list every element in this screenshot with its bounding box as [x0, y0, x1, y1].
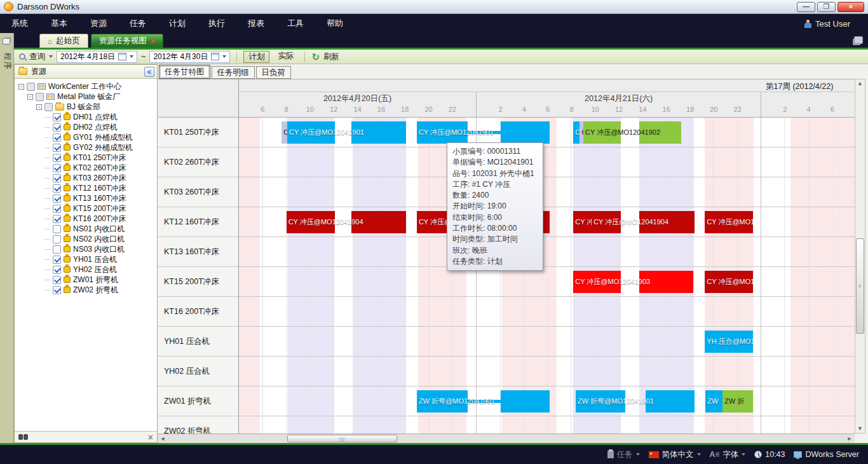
- layout-icon[interactable]: [854, 36, 863, 44]
- binoculars-icon[interactable]: [18, 434, 28, 440]
- tree-expander-icon[interactable]: -: [36, 104, 42, 110]
- status-language-menu[interactable]: 简体中文: [649, 449, 701, 460]
- tab-home[interactable]: ⌂ 起始页: [39, 34, 88, 48]
- tree-checkbox[interactable]: [53, 164, 61, 172]
- vertical-scroll-thumb[interactable]: ≡: [856, 238, 864, 334]
- tree-item[interactable]: KT16 200T冲床: [16, 214, 157, 224]
- view-tab-任务甘特图[interactable]: 任务甘特图: [159, 65, 210, 79]
- gantt-task-bar[interactable]: CY 冲压@MO12041903: [573, 271, 693, 293]
- refresh-button[interactable]: 刷新: [323, 51, 339, 62]
- tree-checkbox[interactable]: [53, 174, 61, 182]
- status-font-menu[interactable]: A≡ 字体: [710, 449, 746, 460]
- gantt-task-bar[interactable]: CY 冲压@MO12041902: [583, 121, 681, 144]
- tree-item[interactable]: GY01 外桶成型机: [16, 132, 157, 142]
- status-server[interactable]: DWorks Server: [794, 450, 859, 459]
- tree-checkbox[interactable]: [53, 144, 61, 152]
- gantt-task-bar[interactable]: CY 冲: [573, 211, 592, 233]
- tree-item[interactable]: YH01 压合机: [16, 254, 157, 264]
- tree-item[interactable]: YH02 压合机: [16, 264, 157, 275]
- plan-toggle-button[interactable]: 计划: [243, 51, 269, 63]
- view-tab-日负荷[interactable]: 日负荷: [256, 66, 292, 79]
- gantt-task-bar[interactable]: CY 冲压@MO12041901: [417, 121, 550, 144]
- tab-close-icon[interactable]: ×: [151, 38, 156, 45]
- tree-item[interactable]: KT02 260T冲床: [16, 163, 157, 173]
- tree-item[interactable]: KT01 250T冲床: [16, 153, 157, 163]
- menu-item-执行[interactable]: 执行: [197, 14, 236, 33]
- tree-checkbox[interactable]: [53, 113, 61, 121]
- gantt-task-bar[interactable]: CY 冲压@MO12041904: [592, 211, 694, 233]
- date-to-picker[interactable]: 2012年 4月30日: [149, 51, 230, 63]
- tree-checkbox[interactable]: [53, 123, 61, 132]
- view-tab-任务明细[interactable]: 任务明细: [212, 66, 255, 79]
- tree-item[interactable]: -BJ 钣金部: [16, 102, 157, 112]
- tree-item[interactable]: DH02 点焊机: [16, 122, 157, 132]
- tree-item[interactable]: NS02 内收口机: [16, 234, 157, 244]
- tree-checkbox[interactable]: [53, 286, 61, 294]
- tree-checkbox[interactable]: [53, 235, 61, 243]
- tree-item[interactable]: DH01 点焊机: [16, 112, 157, 122]
- gantt-task-bar[interactable]: ZW 折弯@MO12041901: [417, 390, 550, 413]
- gantt-task-bar[interactable]: ZW 折: [722, 390, 753, 413]
- tree-item[interactable]: NS01 内收口机: [16, 224, 157, 234]
- tree-checkbox[interactable]: [36, 93, 44, 101]
- horizontal-scrollbar[interactable]: ◄ ||| ►: [158, 433, 855, 443]
- tree-expander-icon[interactable]: -: [27, 94, 33, 100]
- close-button[interactable]: ×: [837, 2, 864, 12]
- scroll-down-icon[interactable]: ▼: [855, 425, 865, 433]
- vertical-scrollbar[interactable]: ▲ ≡ ▼: [855, 79, 865, 433]
- actual-toggle-button[interactable]: 实际: [273, 51, 298, 63]
- gantt-task-bar[interactable]: CY 冲压@MO1: [705, 211, 753, 233]
- side-strip-label[interactable]: 程序: [2, 53, 13, 76]
- tree-item[interactable]: NS03 内收口机: [16, 244, 157, 254]
- menu-item-基本[interactable]: 基本: [39, 14, 79, 33]
- panel-collapse-button[interactable]: <: [144, 67, 154, 77]
- menu-item-资源[interactable]: 资源: [79, 14, 118, 33]
- tree-checkbox[interactable]: [53, 245, 61, 254]
- tree-checkbox[interactable]: [44, 103, 53, 111]
- tree-item[interactable]: -Metal Plate 钣金厂: [16, 92, 157, 102]
- tree-checkbox[interactable]: [53, 276, 61, 284]
- menu-item-任务[interactable]: 任务: [118, 14, 158, 33]
- panel-close-icon[interactable]: ×: [148, 433, 153, 441]
- gantt-task-bar[interactable]: CY 冲压@MO12041901: [287, 121, 406, 144]
- gantt-task-bar[interactable]: C: [281, 121, 287, 144]
- tree-item[interactable]: KT13 160T冲床: [16, 193, 157, 203]
- tree-checkbox[interactable]: [53, 205, 61, 213]
- gantt-task-bar[interactable]: CY 冲压@MO12041904: [287, 211, 406, 233]
- tree-checkbox[interactable]: [27, 83, 35, 91]
- menu-item-工具[interactable]: 工具: [276, 14, 315, 33]
- tree-item[interactable]: GY02 外桶成型机: [16, 142, 157, 153]
- tree-item[interactable]: KT03 260T冲床: [16, 173, 157, 183]
- date-from-picker[interactable]: 2012年 4月18日: [57, 51, 137, 63]
- scroll-left-icon[interactable]: ◄: [159, 435, 166, 443]
- tree-item[interactable]: ZW01 折弯机: [16, 275, 157, 285]
- tab-resource-task-view[interactable]: 资源任务视图 ×: [91, 34, 164, 48]
- query-button[interactable]: 查询: [29, 51, 45, 62]
- horizontal-scroll-thumb[interactable]: |||: [287, 435, 397, 442]
- tree-checkbox[interactable]: [53, 184, 61, 193]
- menu-item-报表[interactable]: 报表: [236, 14, 276, 33]
- tree-checkbox[interactable]: [53, 225, 61, 233]
- menu-item-计划[interactable]: 计划: [158, 14, 197, 33]
- tree-checkbox[interactable]: [53, 256, 61, 264]
- query-dropdown-icon[interactable]: [49, 55, 53, 58]
- windows-stack-icon[interactable]: [3, 38, 10, 44]
- gantt-task-bar[interactable]: ZW: [705, 390, 722, 413]
- tree-checkbox[interactable]: [53, 133, 61, 142]
- user-box[interactable]: Test User: [804, 19, 868, 29]
- tree-checkbox[interactable]: [53, 194, 61, 203]
- menu-item-帮助[interactable]: 帮助: [315, 14, 355, 33]
- tree-item[interactable]: ZW02 折弯机: [16, 285, 157, 295]
- date-to-dropdown-icon[interactable]: [222, 55, 226, 58]
- status-task-menu[interactable]: 任务: [607, 449, 640, 460]
- tree-checkbox[interactable]: [53, 266, 61, 274]
- tree-checkbox[interactable]: [53, 154, 61, 162]
- restore-button[interactable]: ❐: [817, 2, 836, 12]
- menu-item-系统[interactable]: 系统: [0, 14, 39, 33]
- minimize-button[interactable]: —: [797, 2, 815, 12]
- date-from-dropdown-icon[interactable]: [130, 55, 133, 58]
- tree-item[interactable]: KT15 200T冲床: [16, 203, 157, 214]
- gantt-task-bar[interactable]: ZW 折弯@MO12041901: [576, 390, 695, 413]
- gantt-task-bar[interactable]: C: [573, 121, 580, 144]
- tree-item[interactable]: KT12 160T冲床: [16, 183, 157, 193]
